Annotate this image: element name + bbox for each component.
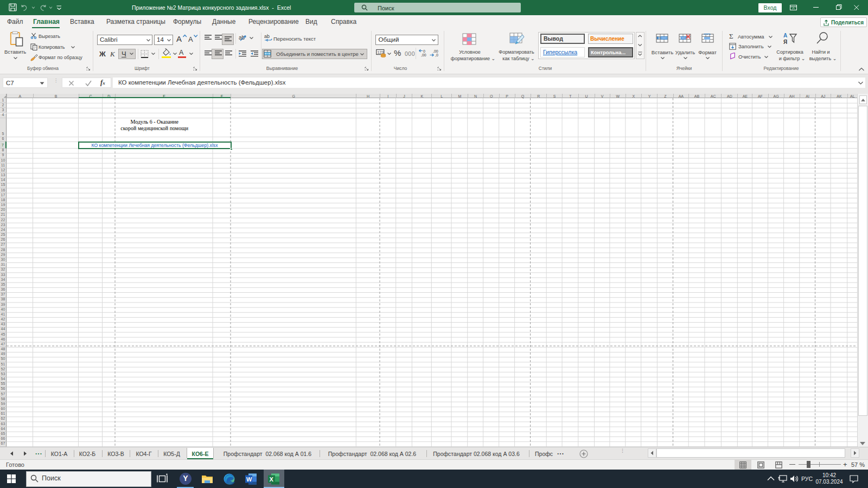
- svg-text:W: W: [246, 476, 252, 483]
- svg-text:X: X: [270, 476, 274, 483]
